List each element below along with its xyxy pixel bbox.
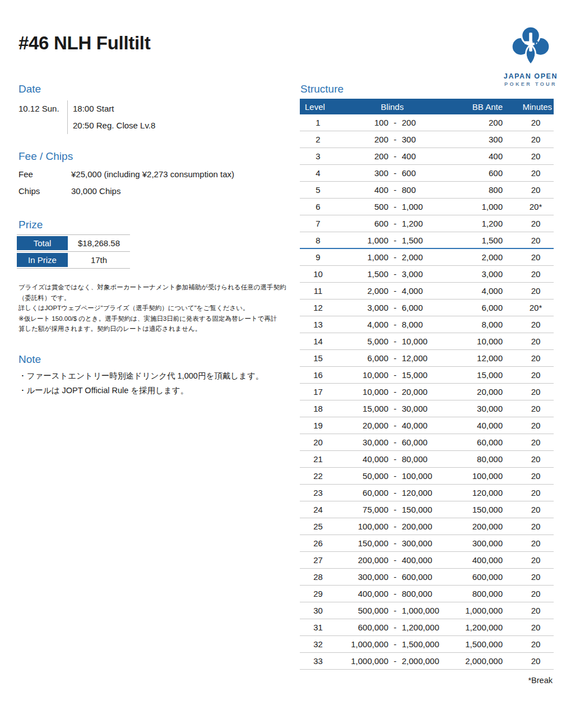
blinds-dash: - (388, 505, 402, 514)
minutes-cell: 20 (505, 488, 554, 497)
small-blind-cell: 100,000 (336, 522, 388, 531)
bb-ante-cell: 1,200 (448, 219, 505, 228)
fee-chips-value: ¥25,000 (including ¥2,273 consumption ta… (71, 166, 234, 183)
minutes-cell: 20 (505, 606, 554, 615)
big-blind-cell: 800 (402, 185, 448, 195)
blinds-dash: - (388, 404, 402, 413)
level-cell: 18 (300, 404, 336, 413)
bb-ante-cell: 6,000 (448, 303, 505, 312)
fee-chips-value: 30,000 Chips (71, 183, 120, 200)
structure-level-row: 10 1,500 - 3,000 3,000 20 (300, 266, 554, 283)
bb-ante-cell: 800 (448, 185, 505, 195)
bb-ante-cell: 300 (448, 135, 505, 144)
level-cell: 7 (300, 219, 336, 228)
big-blind-cell: 15,000 (402, 370, 448, 380)
level-cell: 11 (300, 286, 336, 296)
bb-ante-cell: 4,000 (448, 286, 505, 296)
jopt-club-logo-icon (506, 21, 555, 71)
page-title: #46 NLH Fulltilt (18, 33, 150, 54)
blinds-dash: - (388, 185, 402, 195)
fee-chips-row: Chips 30,000 Chips (18, 183, 234, 200)
minutes-cell: 20 (505, 370, 554, 380)
blinds-dash: - (388, 202, 402, 211)
structure-level-row: 1 100 - 200 200 20 (300, 114, 554, 131)
column-header-blinds: Blinds (336, 102, 448, 112)
date-time-line: 20:50 Reg. Close Lv.8 (73, 117, 155, 134)
blinds-dash: - (388, 269, 402, 279)
level-cell: 12 (300, 303, 336, 312)
small-blind-cell: 400,000 (336, 589, 388, 598)
level-cell: 15 (300, 353, 336, 363)
level-cell: 3 (300, 151, 336, 161)
minutes-cell: 20 (505, 656, 554, 666)
date-times: 18:00 Start20:50 Reg. Close Lv.8 (67, 100, 155, 134)
structure-level-row: 11 2,000 - 4,000 4,000 20 (300, 283, 554, 300)
small-blind-cell: 300,000 (336, 572, 388, 582)
level-cell: 5 (300, 185, 336, 195)
level-cell: 31 (300, 623, 336, 632)
blinds-dash: - (388, 454, 402, 464)
small-blind-cell: 500,000 (336, 606, 388, 615)
fee-chips-block: Fee ¥25,000 (including ¥2,273 consumptio… (18, 166, 234, 200)
prize-row-label: In Prize (17, 253, 68, 267)
minutes-cell: 20* (505, 303, 554, 312)
blinds-dash: - (388, 353, 402, 363)
blinds-dash: - (388, 168, 402, 178)
prize-disclaimer-line: 算した額が採用されます。契約日のレートは適応されません。 (18, 324, 287, 334)
column-header-level: Level (300, 102, 336, 112)
structure-level-row: 16 10,000 - 15,000 15,000 20 (300, 367, 554, 384)
structure-level-row: 32 1,000,000 - 1,500,000 1,500,000 20 (300, 636, 554, 653)
structure-level-row: 26 150,000 - 300,000 300,000 20 (300, 535, 554, 552)
blinds-dash: - (388, 639, 402, 649)
structure-level-row: 17 10,000 - 20,000 20,000 20 (300, 384, 554, 400)
level-cell: 25 (300, 522, 336, 531)
prize-disclaimer: プライズは賞金ではなく、対象ポーカートーナメント参加補助が受けられる任意の選手契… (18, 282, 287, 334)
bb-ante-cell: 100,000 (448, 471, 505, 481)
small-blind-cell: 10,000 (336, 387, 388, 397)
small-blind-cell: 150,000 (336, 538, 388, 548)
logo-text-poker-tour: POKER TOUR (498, 81, 564, 87)
bb-ante-cell: 40,000 (448, 421, 505, 430)
level-cell: 29 (300, 589, 336, 598)
small-blind-cell: 1,500 (336, 269, 388, 279)
level-cell: 20 (300, 437, 336, 447)
level-cell: 22 (300, 471, 336, 481)
big-blind-cell: 2,000 (402, 252, 448, 262)
bb-ante-cell: 12,000 (448, 353, 505, 363)
minutes-cell: 20 (505, 623, 554, 632)
structure-table: Level Blinds BB Ante Minutes 1 100 - 200… (300, 99, 554, 670)
tournament-sheet-page: #46 NLH Fulltilt JAPAN OPEN POKER TOUR D… (0, 0, 580, 728)
minutes-cell: 20 (505, 387, 554, 397)
bb-ante-cell: 30,000 (448, 404, 505, 413)
small-blind-cell: 5,000 (336, 337, 388, 346)
bb-ante-cell: 15,000 (448, 370, 505, 380)
blinds-dash: - (388, 471, 402, 481)
level-cell: 21 (300, 454, 336, 464)
big-blind-cell: 1,000,000 (402, 606, 448, 615)
blinds-dash: - (388, 488, 402, 497)
structure-level-row: 9 1,000 - 2,000 2,000 20 (300, 249, 554, 266)
fee-chips-row: Fee ¥25,000 (including ¥2,273 consumptio… (18, 166, 234, 183)
big-blind-cell: 1,500,000 (402, 639, 448, 649)
structure-level-row: 25 100,000 - 200,000 200,000 20 (300, 518, 554, 535)
big-blind-cell: 150,000 (402, 505, 448, 514)
bb-ante-cell: 800,000 (448, 589, 505, 598)
minutes-cell: 20 (505, 639, 554, 649)
minutes-cell: 20 (505, 185, 554, 195)
structure-level-row: 13 4,000 - 8,000 8,000 20 (300, 316, 554, 333)
small-blind-cell: 50,000 (336, 471, 388, 481)
structure-level-row: 30 500,000 - 1,000,000 1,000,000 20 (300, 602, 554, 619)
level-cell: 26 (300, 538, 336, 548)
big-blind-cell: 1,200 (402, 219, 448, 228)
small-blind-cell: 100 (336, 118, 388, 127)
small-blind-cell: 1,000,000 (336, 656, 388, 666)
big-blind-cell: 4,000 (402, 286, 448, 296)
blinds-dash: - (388, 337, 402, 346)
level-cell: 10 (300, 269, 336, 279)
small-blind-cell: 4,000 (336, 320, 388, 329)
prize-disclaimer-line: プライズは賞金ではなく、対象ポーカートーナメント参加補助が受けられる任意の選手契… (18, 282, 287, 293)
big-blind-cell: 8,000 (402, 320, 448, 329)
structure-heading: Structure (300, 83, 344, 95)
small-blind-cell: 20,000 (336, 421, 388, 430)
blinds-dash: - (388, 370, 402, 380)
